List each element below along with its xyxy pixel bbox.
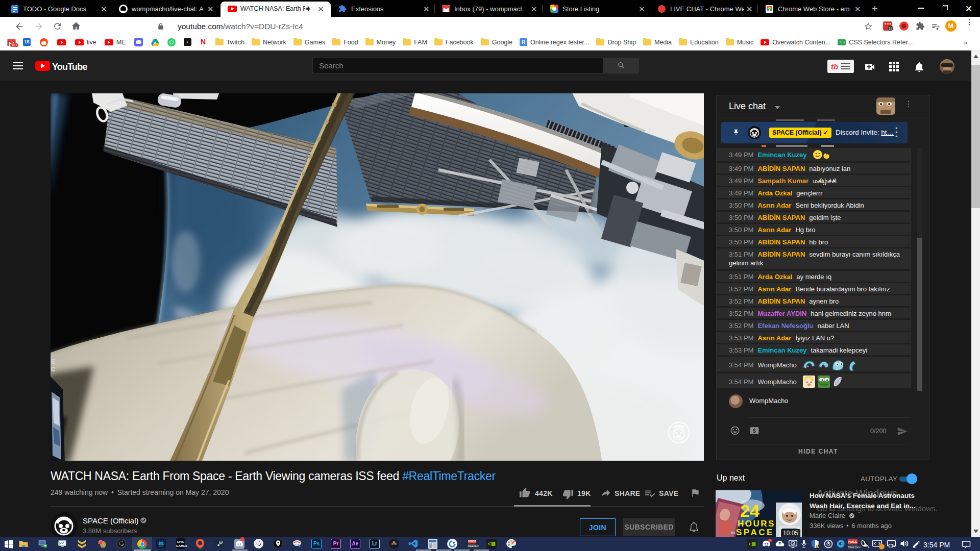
svg-text:!: ! — [816, 545, 817, 548]
svg-text:SPACE: SPACE — [736, 528, 774, 537]
svg-text:E: E — [51, 358, 55, 365]
svg-text:C: C — [51, 366, 56, 373]
svg-text:IN: IN — [731, 531, 735, 535]
svg-text:24: 24 — [740, 501, 760, 520]
